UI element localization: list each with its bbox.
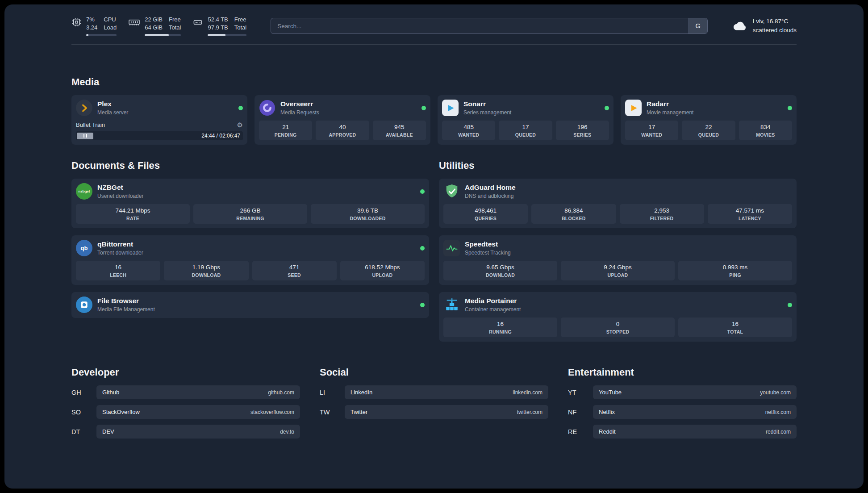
app-subtitle: Container management [465,306,521,313]
playback-time: 24:44 / 02:06:47 [201,133,240,139]
stat-filtered: 2,953 FILTERED [620,204,704,224]
disk-widget: 52.4 TB 97.9 TB Free Total [192,16,246,36]
utilities-column: Utilities AdGuard Home DNS and adblockin… [439,145,797,349]
app-title: File Browser [97,297,155,305]
now-playing-title: Bullet Train [76,121,105,128]
bookmark-netflix[interactable]: Netflix netflix.com [593,405,797,419]
stat-upload: 9.24 Gbps UPLOAD [561,261,675,280]
speedtest-card[interactable]: Speedtest Speedtest Tracking 9.65 Gbps D… [439,235,797,285]
app-subtitle: Usenet downloader [97,193,143,199]
stat-upload: 618.52 Mbps UPLOAD [340,261,425,280]
bookmark-youtube[interactable]: YouTube youtube.com [593,385,797,399]
stat-wanted: 17 WANTED [625,121,678,140]
sonarr-card[interactable]: Sonarr Series management 485 WANTED 17 Q… [438,95,613,145]
cpu-progress-bar [86,34,117,36]
stat-wanted: 485 WANTED [442,121,495,140]
app-title: Radarr [647,100,693,108]
status-dot [788,303,792,307]
media-grid: Plex Media server Bullet Train ⚙ 24:44 /… [71,95,797,145]
app-subtitle: Media Requests [280,109,319,116]
app-title: Overseerr [280,100,319,108]
stat-downloaded: 39.6 TB DOWNLOADED [311,204,425,224]
stat-queued: 17 QUEUED [499,121,552,140]
adguard-card[interactable]: AdGuard Home DNS and adblocking 498,461 … [439,179,797,228]
stat-approved: 40 APPROVED [316,121,369,140]
app-subtitle: Speedtest Tracking [465,250,511,256]
topbar-divider [71,45,797,45]
search-engine-button[interactable]: G [689,18,707,33]
nzbget-icon: nzbget [76,183,92,200]
cpu-widget: 7% 3.24 CPU Load [71,16,117,36]
bookmark-reddit[interactable]: Reddit reddit.com [593,425,797,439]
bookmark-abbr: RE [568,428,587,435]
radarr-card[interactable]: Radarr Movie management 17 WANTED 22 QUE… [621,95,797,145]
memory-widget: 22 GiB 64 GiB Free Total [128,16,181,36]
playback-bar[interactable]: 24:44 / 02:06:47 [76,131,243,140]
filebrowser-card[interactable]: File Browser Media File Management [71,292,429,318]
bookmark-abbr: SO [71,409,90,416]
cpu-percent: 7% [86,16,97,24]
cpu-load-value: 3.24 [86,24,97,32]
bookmark-abbr: DT [71,428,90,435]
dashboard: 7% 3.24 CPU Load [4,4,864,489]
search-input[interactable] [271,18,707,34]
stat-download: 9.65 Gbps DOWNLOAD [443,261,557,280]
stat-leech: 16 LEECH [76,261,160,280]
top-bar: 7% 3.24 CPU Load [71,15,797,37]
status-dot [420,303,425,307]
stat-running: 16 RUNNING [443,318,557,337]
stat-pending: 21 PENDING [259,121,312,140]
app-title: Sonarr [463,100,511,108]
pause-button[interactable] [77,133,93,139]
app-subtitle: Torrent downloader [97,250,143,256]
cpu-load-label: Load [104,24,117,32]
cpu-icon [71,17,82,27]
stat-stopped: 0 STOPPED [561,318,675,337]
stat-available: 945 AVAILABLE [373,121,426,140]
now-playing-widget: Bullet Train ⚙ 24:44 / 02:06:47 [76,121,243,140]
bookmark-twitter[interactable]: Twitter twitter.com [345,405,548,419]
stat-ping: 0.993 ms PING [678,261,792,280]
portainer-icon [443,297,460,313]
radarr-icon [625,100,642,116]
status-dot [420,246,425,251]
portainer-card[interactable]: Media Portainer Container management 16 … [439,292,797,342]
bookmark-dev[interactable]: DEV dev.to [96,425,300,439]
gear-icon[interactable]: ⚙ [237,121,243,128]
sonarr-icon [442,100,459,116]
bookmark-abbr: YT [568,389,587,396]
bookmark-stackoverflow[interactable]: StackOverflow stackoverflow.com [96,405,300,419]
app-subtitle: DNS and adblocking [465,193,516,199]
memory-free-label: Free [169,16,181,24]
bookmark-linkedin[interactable]: LinkedIn linkedin.com [345,385,548,399]
status-dot [421,106,426,110]
plex-card[interactable]: Plex Media server Bullet Train ⚙ 24:44 /… [71,95,247,145]
nzbget-card[interactable]: nzbget NZBGet Usenet downloader 744.21 M… [71,179,429,228]
stat-remaining: 266 GB REMAINING [193,204,307,224]
section-title-media: Media [71,76,797,88]
qbittorrent-card[interactable]: qb qBittorrent Torrent downloader 16 LEE… [71,235,429,285]
search-bar: G [271,18,707,34]
overseerr-card[interactable]: Overseerr Media Requests 21 PENDING 40 A… [255,95,430,145]
app-title: AdGuard Home [465,184,516,192]
section-title-documents: Documents & Files [71,160,429,171]
bookmark-abbr: LI [320,389,338,396]
stat-download: 1.19 Gbps DOWNLOAD [164,261,248,280]
app-title: Plex [97,100,128,108]
adguard-icon [443,183,460,200]
stat-movies: 834 MOVIES [739,121,792,140]
status-dot [605,106,609,110]
bookmarks-social: Social LI LinkedIn linkedin.com TW Twitt… [320,367,548,425]
disk-free-label: Free [234,16,246,24]
section-title-social: Social [320,367,548,378]
section-title-utilities: Utilities [439,160,797,171]
weather-location: Lviv, 16.87°C [753,17,797,26]
qbittorrent-icon: qb [76,240,92,256]
memory-icon [128,17,140,27]
disk-total-label: Total [234,24,246,32]
app-subtitle: Media File Management [97,306,155,313]
app-title: Media Portainer [465,297,521,305]
bookmark-abbr: NF [568,409,587,416]
cloud-icon [732,20,748,32]
bookmark-github[interactable]: Github github.com [96,385,300,399]
